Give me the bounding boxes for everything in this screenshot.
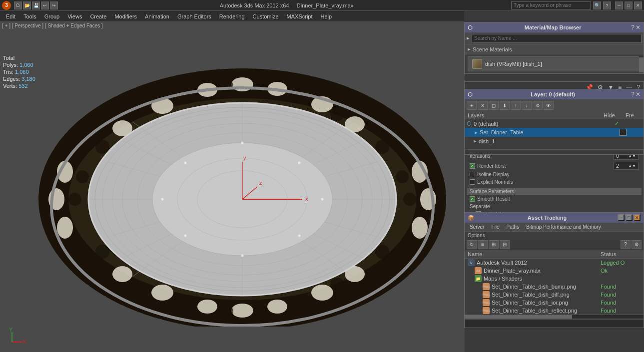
asset-win-controls: ─ □ ✕ <box>618 214 641 221</box>
asset-settings-btn[interactable]: ⚙ <box>632 240 642 249</box>
separate-label: Separate <box>470 204 639 209</box>
material-map-browser: ⬡ Material/Map Browser ? ✕ ▸ ▸ Scene Mat… <box>464 22 644 74</box>
svg-point-13 <box>267 300 287 314</box>
asset-list-btn[interactable]: ≡ <box>478 240 488 249</box>
material-scrollbar[interactable] <box>639 56 644 71</box>
undo-btn[interactable]: ↩ <box>41 1 49 9</box>
max-file-name: Dinner_Plate_vray.max <box>484 268 541 274</box>
close-btn[interactable]: ✕ <box>634 1 642 9</box>
isoline-checkbox[interactable] <box>470 172 475 177</box>
layer-select-btn[interactable]: ◻ <box>489 101 499 110</box>
asset-row-diff[interactable]: PNG Set_Dinner_Table_dish_diff.png Found <box>465 291 644 299</box>
asset-row-maps[interactable]: 📁 Maps / Shaders <box>465 275 644 283</box>
keyword-search[interactable] <box>511 1 591 9</box>
reflect-icon: PNG <box>483 307 490 314</box>
menu-help[interactable]: Help <box>317 12 336 20</box>
help-btn[interactable]: ? <box>603 1 611 9</box>
material-browser-minimize[interactable]: ✕ <box>636 24 641 31</box>
separate-row: Separate <box>467 203 642 210</box>
redo-btn[interactable]: ↪ <box>50 1 58 9</box>
bump-name: Set_Dinner_Table_dish_bump.png <box>492 284 576 290</box>
asset-row-bump[interactable]: PNG Set_Dinner_Table_dish_bump.png Found <box>465 283 644 291</box>
open-btn[interactable]: 📂 <box>23 1 31 9</box>
maximize-btn[interactable]: □ <box>625 1 633 9</box>
menu-rendering[interactable]: Rendering <box>215 12 249 20</box>
asset-tracking-panel: 📦 Asset Tracking ─ □ ✕ Server File Paths… <box>464 212 644 328</box>
search-btn[interactable]: 🔍 <box>593 1 601 9</box>
asset-row-reflect[interactable]: PNG Set_Dinner_Table_dish_reflect.png Fo… <box>465 307 644 315</box>
layer-row-dinner-table[interactable]: ▸ Set_Dinner_Table <box>465 128 644 137</box>
material-search-input[interactable] <box>472 34 642 43</box>
asset-large-btn[interactable]: ⊟ <box>500 240 510 249</box>
asset-row-vault[interactable]: V Autodesk Vault 2012 Logged O <box>465 259 644 267</box>
polys-stat: Polys: 1,060 <box>3 61 35 68</box>
svg-point-32 <box>221 306 233 318</box>
menu-tools[interactable]: Tools <box>19 12 40 20</box>
layer-display-btn[interactable]: 👁 <box>544 101 554 110</box>
render-iters-label: Render Iters: <box>477 163 612 169</box>
layer-row-default[interactable]: ⬡ 0 (default) ✓ <box>465 119 644 128</box>
menu-animation[interactable]: Animation <box>141 12 173 20</box>
menu-edit[interactable]: Edit <box>2 12 19 20</box>
menu-customize[interactable]: Customize <box>249 12 283 20</box>
asset-maximize-btn[interactable]: □ <box>626 214 633 221</box>
explicit-normals-row: Explicit Normals <box>467 178 642 186</box>
save-btn[interactable]: 💾 <box>32 1 40 9</box>
svg-point-22 <box>57 217 73 239</box>
asset-scroll-track[interactable] <box>465 315 644 319</box>
material-browser-close[interactable]: ? <box>631 24 635 31</box>
asset-row-max[interactable]: M Dinner_Plate_vray.max Ok <box>465 267 644 275</box>
layer-merge-btn[interactable]: ⬇ <box>500 101 510 110</box>
menu-create[interactable]: Create <box>86 12 110 20</box>
menu-maxscript[interactable]: MAXScript <box>283 12 317 20</box>
asset-help-btn[interactable]: ? <box>621 240 631 249</box>
asset-scroll-thumb[interactable] <box>465 315 572 319</box>
arrow-icon: ▸ <box>467 35 470 41</box>
menu-modifiers[interactable]: Modifiers <box>110 12 141 20</box>
asset-toolbar: ↻ ≡ ⊞ ⊟ ? ⚙ <box>465 239 644 250</box>
asset-menu-bitmap[interactable]: Bitmap Performance and Memory <box>523 224 604 230</box>
layer-close-btn[interactable]: ✕ <box>636 91 641 98</box>
render-iters-value[interactable]: 2 ▲▼ <box>614 162 639 170</box>
render-iters-checkbox[interactable] <box>470 163 475 169</box>
asset-menu-server[interactable]: Server <box>467 224 487 230</box>
layer-settings-btn[interactable]: ⚙ <box>533 101 543 110</box>
asset-filter-input[interactable] <box>465 319 644 328</box>
svg-point-31 <box>180 295 194 309</box>
asset-close-btn[interactable]: ✕ <box>634 214 641 221</box>
viewport[interactable]: [ + ] [ Perspective ] [ Shaded + Edged F… <box>0 22 465 352</box>
surface-section-title[interactable]: Surface Parameters <box>467 188 642 195</box>
asset-options[interactable]: Options <box>465 232 644 239</box>
minimize-btn[interactable]: ─ <box>615 1 623 9</box>
layer-new-btn[interactable]: + <box>467 101 477 110</box>
material-list: dish (VRayMtl) [dish_1] <box>465 56 644 71</box>
svg-point-24 <box>221 80 233 92</box>
material-item[interactable]: dish (VRayMtl) [dish_1] <box>468 56 641 71</box>
asset-row-ior[interactable]: PNG Set_Dinner_Table_dish_ior.png Found <box>465 299 644 307</box>
asset-grid-btn[interactable]: ⊞ <box>489 240 499 249</box>
asset-icon-main: 📦 <box>468 215 475 221</box>
layer-movedown-btn[interactable]: ↓ <box>522 101 532 110</box>
new-btn[interactable]: 🗋 <box>14 1 22 9</box>
menu-group[interactable]: Group <box>40 12 64 20</box>
explicit-normals-checkbox[interactable] <box>470 179 475 185</box>
maps-icon: 📁 <box>475 275 482 282</box>
asset-minimize-btn[interactable]: ─ <box>618 214 625 221</box>
layer-move-btn[interactable]: ↑ <box>511 101 521 110</box>
asset-refresh-btn[interactable]: ↻ <box>467 240 477 249</box>
layer-help-btn[interactable]: ? <box>631 91 635 98</box>
asset-menu-paths[interactable]: Paths <box>504 224 523 230</box>
spin-arrows-2[interactable]: ▲▼ <box>628 164 636 168</box>
layer-row-dish[interactable]: ▸ dish_1 <box>472 137 644 145</box>
menu-graph-editors[interactable]: Graph Editors <box>173 12 215 20</box>
layer-delete-btn[interactable]: ✕ <box>478 101 488 110</box>
smooth-result-checkbox[interactable] <box>470 196 475 202</box>
layer-scroll-thumb[interactable] <box>465 149 644 154</box>
material-scroll-thumb[interactable] <box>639 57 644 72</box>
layer-table-checkbox[interactable] <box>620 129 627 136</box>
asset-menu-file[interactable]: File <box>488 224 502 230</box>
diff-status: Found <box>601 292 641 298</box>
layer-scrollbar[interactable] <box>465 149 644 154</box>
collapse-icon: ▸ <box>468 46 471 52</box>
menu-views[interactable]: Views <box>63 12 86 20</box>
